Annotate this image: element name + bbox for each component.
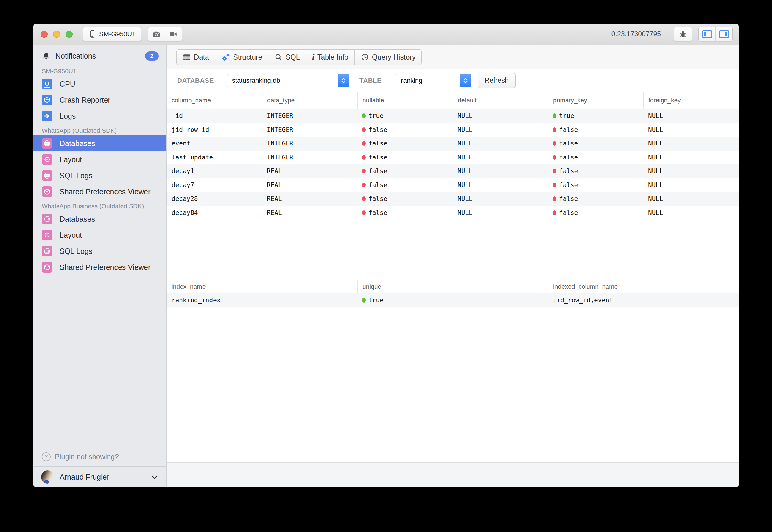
sidebar-item-sql-logs[interactable]: SQL Logs bbox=[33, 168, 166, 184]
column-header: primary_key bbox=[548, 92, 643, 109]
sidebar-item-crash-reporter[interactable]: Crash Reporter bbox=[33, 92, 166, 108]
table-row[interactable]: last_updateINTEGERfalseNULLfalseNULL bbox=[167, 151, 739, 165]
screen-record-icon-button[interactable] bbox=[165, 27, 182, 41]
sidebar-item-databases[interactable]: Databases bbox=[33, 135, 166, 151]
sidebar-item-databases-business[interactable]: Databases bbox=[33, 211, 166, 227]
tab-table-info[interactable]: i Table Info bbox=[306, 50, 354, 65]
sidebar-item-layout-business[interactable]: Layout bbox=[33, 227, 166, 243]
table-cell: decay7 bbox=[167, 178, 262, 192]
view-tabs: Data bbox=[176, 49, 422, 65]
table-cell: true bbox=[357, 109, 453, 123]
refresh-button[interactable]: Refresh bbox=[478, 73, 515, 88]
table-cell: INTEGER bbox=[262, 123, 357, 137]
column-header: index_name bbox=[167, 280, 357, 293]
database-select[interactable]: statusranking.db bbox=[227, 74, 349, 87]
table-cell: false bbox=[357, 178, 453, 192]
table-cell: NULL bbox=[453, 206, 548, 220]
false-dot-icon bbox=[553, 169, 556, 173]
user-menu[interactable]: Arnaud Frugier bbox=[33, 467, 166, 487]
gears-icon bbox=[221, 53, 230, 62]
table-row[interactable]: decay28REALfalseNULLfalseNULL bbox=[167, 192, 739, 206]
table-cell: false bbox=[357, 151, 453, 165]
minimize-window-button[interactable] bbox=[53, 31, 60, 38]
fullscreen-window-button[interactable] bbox=[65, 31, 73, 38]
app-version: 0.23.173007795 bbox=[612, 30, 661, 38]
panel-left-icon bbox=[701, 30, 713, 39]
device-selector-button[interactable]: SM-G950U1 bbox=[83, 27, 141, 41]
info-icon: i bbox=[312, 53, 315, 61]
indexes-table-header: index_name unique indexed_column_name bbox=[167, 280, 739, 293]
notifications-count-badge: 2 bbox=[145, 51, 159, 61]
table-row[interactable]: decay1REALfalseNULLfalseNULL bbox=[167, 164, 739, 178]
table-cell: false bbox=[548, 206, 643, 220]
toggle-right-panel-button[interactable] bbox=[715, 27, 732, 41]
sidebar-section-whatsapp-business: WhatsApp Business (Outdated SDK) bbox=[33, 201, 166, 211]
true-dot-icon bbox=[362, 113, 366, 118]
table-cell: decay84 bbox=[167, 206, 262, 220]
false-dot-icon bbox=[553, 183, 556, 187]
table-cell: NULL bbox=[643, 178, 739, 192]
chevron-down-icon bbox=[150, 473, 159, 481]
plugin-not-showing-link[interactable]: ? Plugin not showing? bbox=[33, 447, 166, 466]
table-cell: false bbox=[357, 164, 453, 178]
table-cell: true bbox=[357, 293, 548, 307]
table-cell: ranking_index bbox=[167, 293, 357, 307]
false-dot-icon bbox=[362, 141, 366, 146]
close-window-button[interactable] bbox=[40, 31, 48, 38]
target-icon bbox=[42, 230, 52, 240]
false-dot-icon bbox=[362, 196, 366, 201]
tab-sql[interactable]: SQL bbox=[268, 50, 306, 65]
camera-icon bbox=[152, 30, 160, 38]
column-header: unique bbox=[357, 280, 548, 293]
view-tabs-toolbar: Data bbox=[167, 45, 739, 69]
sidebar-item-notifications[interactable]: Notifications 2 bbox=[33, 47, 166, 65]
phone-icon bbox=[88, 30, 96, 39]
table-cell: false bbox=[548, 123, 643, 137]
table-cell: false bbox=[548, 178, 643, 192]
sidebar-item-layout[interactable]: Layout bbox=[33, 151, 166, 168]
table-row[interactable]: _idINTEGERtrueNULLtrueNULL bbox=[167, 109, 739, 123]
database-label: DATABASE bbox=[177, 77, 214, 85]
arrow-right-icon bbox=[42, 111, 52, 121]
table-cell: NULL bbox=[643, 137, 739, 151]
user-name: Arnaud Frugier bbox=[60, 473, 109, 481]
table-row[interactable]: jid_row_idINTEGERfalseNULLfalseNULL bbox=[167, 123, 739, 137]
select-stepper-icon bbox=[338, 74, 349, 87]
false-dot-icon bbox=[553, 127, 556, 132]
table-cell: NULL bbox=[643, 206, 739, 220]
table-row[interactable]: eventINTEGERfalseNULLfalseNULL bbox=[167, 137, 739, 151]
table-cell: REAL bbox=[262, 178, 357, 192]
table-cell: NULL bbox=[453, 178, 548, 192]
sidebar-item-shared-preferences[interactable]: Shared Preferences Viewer bbox=[33, 184, 166, 200]
tab-query-history[interactable]: Query History bbox=[354, 50, 422, 65]
sidebar-item-shared-preferences-business[interactable]: Shared Preferences Viewer bbox=[33, 259, 166, 275]
table-select[interactable]: ranking bbox=[396, 74, 471, 87]
sidebar-item-cpu[interactable]: U CPU bbox=[33, 76, 166, 92]
flipper-window: SM-G950U1 0.23.173007795 bbox=[33, 24, 739, 487]
avatar bbox=[41, 470, 54, 484]
structure-content: column_name data_type nullable default p… bbox=[167, 92, 739, 462]
false-dot-icon bbox=[553, 196, 556, 201]
table-row[interactable]: decay84REALfalseNULLfalseNULL bbox=[167, 206, 739, 220]
table-row[interactable]: decay7REALfalseNULLfalseNULL bbox=[167, 178, 739, 192]
bug-report-button[interactable] bbox=[674, 27, 692, 41]
false-dot-icon bbox=[553, 210, 556, 215]
table-cell: false bbox=[548, 192, 643, 206]
screenshot-button[interactable] bbox=[148, 27, 165, 41]
columns-table-header: column_name data_type nullable default p… bbox=[167, 92, 739, 109]
sidebar-item-sql-logs-business[interactable]: SQL Logs bbox=[33, 243, 166, 259]
status-bar bbox=[167, 462, 739, 487]
table-cell: NULL bbox=[453, 137, 548, 151]
cube-icon bbox=[42, 262, 52, 273]
sidebar-item-logs[interactable]: Logs bbox=[33, 108, 166, 124]
tab-structure[interactable]: Structure bbox=[215, 50, 268, 65]
panel-toggle-group bbox=[698, 27, 733, 41]
column-header: indexed_column_name bbox=[548, 280, 739, 293]
table-cell: INTEGER bbox=[262, 109, 357, 123]
table-cell: REAL bbox=[262, 164, 357, 178]
toggle-left-panel-button[interactable] bbox=[699, 27, 715, 41]
tab-data[interactable]: Data bbox=[176, 50, 215, 65]
plugin-main-panel: Data bbox=[167, 45, 739, 487]
table-row[interactable]: ranking_indextruejid_row_id,event bbox=[167, 293, 739, 307]
table-cell: NULL bbox=[453, 164, 548, 178]
